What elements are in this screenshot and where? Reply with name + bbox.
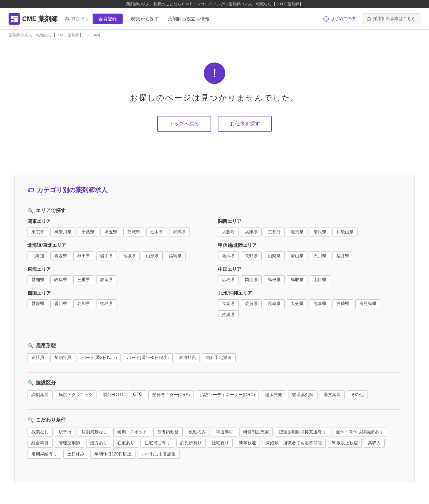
tag-120days[interactable]: 年間休日120日以上 <box>90 450 135 459</box>
tag-oita[interactable]: 大分県 <box>287 299 307 308</box>
tag-kumamoto[interactable]: 熊本県 <box>310 299 330 308</box>
tag-shayo[interactable]: 社宅有り <box>208 439 233 448</box>
tag-kampo2[interactable]: 漢方あり <box>86 439 111 448</box>
tag-nara[interactable]: 奈良県 <box>310 228 330 236</box>
tag-kampo[interactable]: 漢方薬局 <box>320 390 345 399</box>
tag-akita[interactable]: 秋田県 <box>73 251 94 260</box>
member-register-button[interactable]: 会員登録 <box>93 14 123 24</box>
tag-yamagata[interactable]: 山形県 <box>142 251 163 260</box>
tag-chiba[interactable]: 千葉県 <box>78 228 98 236</box>
tag-wakayama[interactable]: 和歌山県 <box>332 228 358 236</box>
tag-koushu[interactable]: 高収入 <box>364 439 385 448</box>
tag-osaka[interactable]: 大阪府 <box>218 228 239 236</box>
tag-kanri[interactable]: 管理薬剤師 <box>288 390 317 399</box>
tag-miyazaki[interactable]: 宮崎県 <box>332 299 353 308</box>
tag-saitama[interactable]: 埼玉県 <box>100 228 121 236</box>
tag-kanagawa[interactable]: 神奈川県 <box>50 228 75 236</box>
tag-hospital[interactable]: 病院・クリニック <box>55 390 97 399</box>
find-job-button[interactable]: お仕事を探す <box>218 116 272 132</box>
tag-kagoshima[interactable]: 鹿児島県 <box>355 299 380 308</box>
tag-ishikawa[interactable]: 石川県 <box>310 251 330 260</box>
tag-ibaraki[interactable]: 茨城県 <box>123 228 144 236</box>
tag-tokyo[interactable]: 東京都 <box>28 228 48 236</box>
tag-kyoto[interactable]: 京都府 <box>264 228 285 236</box>
tag-okinawa[interactable]: 沖縄県 <box>218 310 239 319</box>
back-to-top-button[interactable]: トップへ戻る <box>157 116 211 132</box>
tag-shiga[interactable]: 滋賀県 <box>287 228 307 236</box>
tag-tokushima[interactable]: 徳島県 <box>96 299 117 308</box>
tag-otc[interactable]: OTC <box>129 390 146 399</box>
tag-doyasumi[interactable]: 土日休み <box>63 450 88 459</box>
tag-fukushima[interactable]: 福島県 <box>165 251 186 260</box>
tag-jutaku[interactable]: 住宅補助有り <box>140 439 174 448</box>
nav-tokushu[interactable]: 特集から探す <box>131 16 159 22</box>
tag-yamaguchi[interactable]: 山口県 <box>310 275 330 284</box>
tag-kochi[interactable]: 高知県 <box>73 299 94 308</box>
tag-gifu[interactable]: 岐阜県 <box>50 275 71 284</box>
tag-part45[interactable]: パート(週4〜5日程度) <box>123 353 173 362</box>
tag-kenshu[interactable]: 研修制度充実 <box>239 428 273 436</box>
tag-miyagi[interactable]: 宮城県 <box>119 251 140 260</box>
tag-nagasaki[interactable]: 長崎県 <box>264 299 285 308</box>
tag-sogo[interactable]: 総合科目 <box>28 439 53 448</box>
tag-saga[interactable]: 佐賀県 <box>241 299 262 308</box>
tag-none[interactable]: いずれにも非該当 <box>138 450 180 459</box>
tag-aomori[interactable]: 青森県 <box>50 251 71 260</box>
tag-hokkaido[interactable]: 北海道 <box>28 251 48 260</box>
nav-info[interactable]: 薬剤師お役立ち情報 <box>168 16 209 22</box>
tag-cra[interactable]: 開発モニター(CRA) <box>148 390 194 399</box>
tag-mie[interactable]: 三重県 <box>73 275 94 284</box>
tag-nintei[interactable]: 認定薬剤師取得支援有り <box>275 428 330 436</box>
tag-crc[interactable]: 治験コーディネーター(CRC) <box>196 390 259 399</box>
tag-tochigi[interactable]: 栃木県 <box>146 228 167 236</box>
tag-takuji[interactable]: 託児所有り <box>176 439 206 448</box>
tag-kagawa[interactable]: 香川県 <box>50 299 71 308</box>
tag-ikuji[interactable]: 産休・育休取得実績あり <box>332 428 387 436</box>
tag-seishain[interactable]: 正社員 <box>28 353 48 362</box>
tag-part3[interactable]: パート(週3日以下) <box>78 353 121 362</box>
employer-link[interactable]: 採用担当者様はこちら <box>362 13 420 24</box>
tag-mikeiken[interactable]: 未経験・復職者でも応募可能 <box>262 439 326 448</box>
svg-rect-9 <box>367 18 371 20</box>
tag-gunma[interactable]: 群馬県 <box>169 228 190 236</box>
tag-ehime[interactable]: 愛媛県 <box>28 299 48 308</box>
tag-fuyo[interactable]: 扶養内勤務 <box>153 428 183 436</box>
tag-tenpo-nashi[interactable]: 店舗異動なし <box>78 428 111 436</box>
tag-okayama[interactable]: 岡山県 <box>241 275 262 284</box>
tag-zaitaku[interactable]: 在宅あり <box>113 439 138 448</box>
tag-haken[interactable]: 派遣社員 <box>175 353 200 362</box>
tag-niigata[interactable]: 新潟県 <box>218 251 239 260</box>
tag-fukuoka[interactable]: 福岡県 <box>218 299 239 308</box>
logo[interactable]: CME 薬剤師 <box>9 13 58 25</box>
tag-toyama[interactable]: 富山県 <box>287 251 307 260</box>
tag-fukui[interactable]: 福井県 <box>332 251 353 260</box>
tag-chozai[interactable]: 調剤薬局 <box>28 390 53 399</box>
tag-teiki[interactable]: 定期昇給有り <box>28 450 61 459</box>
tag-nagano[interactable]: 長野県 <box>241 251 262 260</box>
tag-shinsotsu[interactable]: 新卒歓迎 <box>235 439 260 448</box>
tag-rinsho[interactable]: 臨床開発 <box>261 390 286 399</box>
tag-shokai[interactable]: 紹介予定派遣 <box>202 353 236 362</box>
region-koshinetsu-name: 甲信越/北陸エリア <box>218 242 401 249</box>
tag-hiroshima[interactable]: 広島県 <box>218 275 239 284</box>
tag-zangyo-nashi[interactable]: 残業なし <box>28 428 53 436</box>
breadcrumb-home[interactable]: 薬剤師の求人・転職なら【ＣＭＥ薬剤師】 <box>9 33 83 37</box>
tag-yamanashi[interactable]: 山梨県 <box>264 251 285 260</box>
tag-aichi[interactable]: 愛知県 <box>28 275 48 284</box>
tag-shimane[interactable]: 島根県 <box>264 275 285 284</box>
first-time-link[interactable]: は はじめての方 <box>323 16 356 22</box>
tag-ekichika[interactable]: 駅チカ <box>55 428 75 436</box>
tag-other[interactable]: その他 <box>347 390 368 399</box>
tag-tanki[interactable]: 短期・スポット <box>113 428 151 436</box>
login-button[interactable]: ログイン <box>65 16 90 22</box>
tag-chozai-otc[interactable]: 調剤+OTC <box>99 390 127 399</box>
tag-shizuoka[interactable]: 静岡県 <box>96 275 117 284</box>
tag-kanri2[interactable]: 管理薬剤師 <box>55 439 84 448</box>
tag-iwate[interactable]: 岩手県 <box>96 251 117 260</box>
tag-yakin[interactable]: 夜勤のみ <box>185 428 210 436</box>
tag-tottori[interactable]: 鳥取県 <box>287 275 307 284</box>
tag-50over[interactable]: 50歳以上歓迎 <box>328 439 362 448</box>
tag-hyogo[interactable]: 兵庫県 <box>241 228 262 236</box>
tag-kuruma[interactable]: 車通勤可 <box>212 428 237 436</box>
tag-keiyaku[interactable]: 契約社員 <box>50 353 75 362</box>
